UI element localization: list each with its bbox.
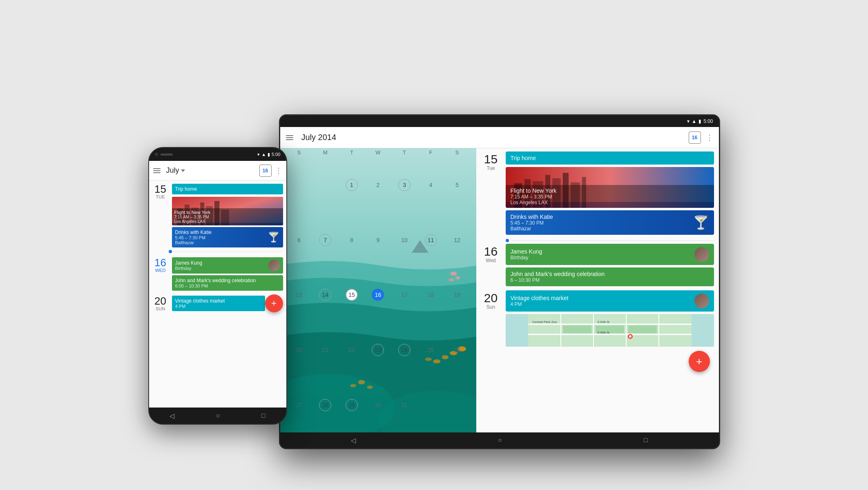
phone-more-button[interactable]: ⋮ — [275, 166, 282, 175]
cal-cell-10[interactable]: 10 — [391, 213, 418, 268]
drinks-row: Drinks with Katie 5:45 – 7:30 PM Balthaz… — [175, 229, 280, 245]
flight-agenda-time: 7:15 AM – 3:35 PM — [511, 194, 709, 200]
phone-back-button[interactable]: ◁ — [170, 412, 174, 420]
cal-cell-21[interactable]: 21 — [312, 323, 339, 378]
cal-cell-5[interactable]: 5 — [444, 158, 471, 213]
agenda-20-name: Sun — [486, 304, 495, 310]
day-16-label: 16 Wed — [152, 257, 169, 291]
phone-notch — [155, 153, 173, 156]
flight-img-block: Flight to New York 7:15 AM – 3:35 PM Los… — [506, 167, 714, 208]
phone-toolbar-title: July — [166, 166, 256, 175]
trip-home-event[interactable]: Trip home — [172, 184, 283, 194]
wedding-title: John and Mark's wedding celebration — [175, 278, 280, 283]
vintage-agenda-time: 4 PM — [511, 301, 569, 307]
drinks-title: Drinks with Katie — [175, 229, 212, 235]
tablet-nav-bar: ◁ ○ □ — [280, 432, 719, 448]
map-block[interactable]: Central Park Zoo E 64th St E 66th St — [506, 314, 714, 347]
james-kung-event[interactable]: James Kung Birthday — [172, 257, 283, 274]
cal-cell-11[interactable]: 11 — [417, 213, 444, 268]
cal-cell-6[interactable]: 6 — [286, 213, 312, 268]
drinks-text: Drinks with Katie 5:45 – 7:30 PM Balthaz… — [175, 229, 212, 245]
drinks-agenda[interactable]: Drinks with Katie 5:45 – 7:30 PM Balthaz… — [506, 210, 714, 235]
phone-speaker — [161, 154, 173, 156]
calendar-grid: 1 2 3 4 5 6 7 8 9 10 11 12 — [280, 158, 476, 432]
cal-cell-19[interactable]: 19 — [444, 267, 471, 323]
james-subtitle: Birthday — [175, 266, 203, 271]
tablet-toolbar: July 2014 16 ⋮ — [280, 127, 719, 148]
vintage-agenda-text: Vintage clothes market 4 PM — [511, 295, 569, 307]
divider-line — [172, 252, 283, 252]
phone-today-button[interactable]: 16 — [259, 165, 272, 177]
james-agenda[interactable]: James Kung Birthday — [506, 244, 714, 265]
wedding-agenda-title: John and Mark's wedding celebration — [511, 271, 709, 277]
cal-cell-4[interactable]: 4 — [417, 158, 444, 213]
cal-cell-empty3 — [417, 377, 444, 432]
cal-cell-3[interactable]: 3 — [391, 158, 418, 213]
day-16-name: Wed — [155, 268, 166, 273]
cal-cell-14[interactable]: 14 — [312, 267, 339, 323]
tablet-home-button[interactable]: ○ — [498, 437, 502, 444]
cal-cell-27[interactable]: 27 — [286, 377, 312, 432]
phone-home-button[interactable]: ○ — [216, 412, 220, 419]
cal-cell-28[interactable]: 28 — [312, 377, 339, 432]
agenda-day-16: 16 Wed James Kung Birthday — [481, 244, 714, 286]
tablet-recents-button[interactable]: □ — [644, 437, 648, 444]
tablet-top-bar: ▾ ▲ ▮ 5:00 — [280, 116, 719, 127]
agenda-15-num: 15 — [484, 153, 498, 165]
cal-cell-24[interactable]: 24 — [391, 323, 418, 378]
tablet-more-button[interactable]: ⋮ — [706, 133, 713, 142]
wedding-time: 6:00 – 10:30 PM — [175, 283, 280, 288]
cal-cell-31[interactable]: 31 — [391, 377, 418, 432]
svg-point-47 — [629, 335, 631, 338]
tablet-battery-icon: ▮ — [698, 118, 701, 124]
cal-cell-15[interactable]: 15 — [339, 267, 365, 323]
vintage-agenda[interactable]: Vintage clothes market 4 PM — [506, 290, 714, 312]
phone-recents-button[interactable]: □ — [261, 412, 266, 419]
cal-cell-1[interactable]: 1 — [339, 158, 365, 213]
cal-cell-20[interactable]: 20 — [286, 323, 312, 378]
cal-cell-17[interactable]: 17 — [391, 267, 418, 323]
tablet-time: 5:00 — [703, 118, 713, 124]
tablet-fab-button[interactable]: + — [689, 351, 710, 372]
agenda-day-20: 20 Sun Vintage clothes market 4 PM — [481, 290, 714, 347]
drinks-event[interactable]: Drinks with Katie 5:45 – 7:30 PM Balthaz… — [172, 227, 283, 247]
cal-cell-13[interactable]: 13 — [286, 267, 312, 323]
drinks-agenda-location: Balthazar — [511, 226, 553, 232]
drinks-agenda-time: 5:45 – 7:30 PM — [511, 220, 553, 226]
vintage-market-event[interactable]: Vintage clothes market 4 PM — [172, 296, 265, 311]
svg-text:Central Park Zoo: Central Park Zoo — [532, 320, 557, 324]
cal-cell-9[interactable]: 9 — [365, 213, 391, 268]
calendar-panel: S M T W T F S 1 2 — [280, 148, 476, 432]
cal-cell-8[interactable]: 8 — [339, 213, 365, 268]
day-16-num: 16 — [154, 257, 166, 268]
cal-cell-12[interactable]: 12 — [444, 213, 471, 268]
cal-cell-25[interactable]: 25 — [417, 323, 444, 378]
phone-month-title[interactable]: July — [166, 166, 179, 175]
day-20-label: 20 Sun — [152, 296, 169, 311]
cal-cell-26[interactable]: 26 — [444, 323, 471, 378]
flight-event[interactable]: Flight to New York 7:15 AM – 3:35 PM Los… — [172, 197, 283, 225]
wedding-event[interactable]: John and Mark's wedding celebration 6:00… — [172, 275, 283, 291]
flight-agenda[interactable]: Flight to New York 7:15 AM – 3:35 PM Los… — [506, 167, 714, 208]
wedding-agenda[interactable]: John and Mark's wedding celebration 6 – … — [506, 267, 714, 286]
month-dropdown-arrow[interactable] — [181, 169, 185, 172]
cal-cell-30[interactable]: 30 — [365, 377, 391, 432]
tablet-fab-container: + — [481, 351, 714, 372]
cal-cell-16[interactable]: 16 — [365, 267, 391, 323]
cal-cell-29[interactable]: 29 — [339, 377, 365, 432]
drinks-location: Balthazar — [175, 240, 212, 245]
tablet-back-button[interactable]: ◁ — [351, 437, 356, 444]
phone-battery-icon: ▮ — [268, 152, 270, 157]
menu-icon[interactable] — [153, 168, 161, 173]
tablet-menu-icon[interactable] — [286, 135, 293, 140]
cal-cell-22[interactable]: 22 — [339, 323, 365, 378]
phone-fab-button[interactable]: + — [265, 294, 283, 312]
trip-home-agenda[interactable]: Trip home — [506, 151, 714, 165]
cal-cell-23[interactable]: 23 — [365, 323, 391, 378]
martini-icon: 🍸 — [268, 232, 280, 243]
phone-signal-icon: ▲ — [261, 152, 266, 157]
cal-cell-7[interactable]: 7 — [312, 213, 339, 268]
cal-cell-2[interactable]: 2 — [365, 158, 391, 213]
cal-cell-18[interactable]: 18 — [417, 267, 444, 323]
tablet-today-button[interactable]: 16 — [689, 131, 701, 144]
